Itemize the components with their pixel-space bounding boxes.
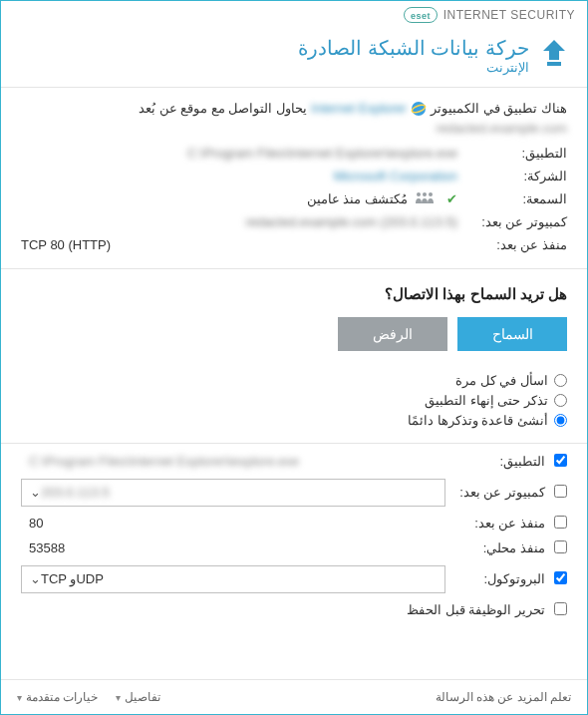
rule-remote-pc-dropdown[interactable]: 203.0.113.5 ⌄ [21, 479, 445, 507]
dialog-subtitle: الإنترنت [298, 60, 529, 75]
outbound-arrow-icon [541, 38, 567, 71]
learn-more-link[interactable]: تعلم المزيد عن هذه الرسالة [436, 690, 571, 704]
advanced-label: خيارات متقدمة [26, 690, 98, 704]
rule-local-port-value: 53588 [21, 540, 445, 555]
rule-protocol-label: البروتوكول: [445, 571, 545, 586]
remote-port-value: TCP 80 (HTTP) [21, 237, 111, 252]
chevron-down-icon: ⌄ [30, 485, 41, 500]
remote-pc-value: redacted.example.com (203.0.113.5) [246, 214, 457, 229]
question-heading: هل تريد السماح بهذا الاتصال؟ [1, 269, 587, 317]
rule-edit-before-save-label: تحرير الوظيفة قبل الحفظ [407, 602, 545, 617]
rule-edit-before-save-checkbox[interactable] [554, 602, 567, 615]
radio-ask-label: اسأل في كل مرة [455, 373, 548, 388]
reputation-label: السمعة: [457, 191, 567, 206]
rule-app-checkbox[interactable] [554, 454, 567, 467]
svg-text:eset: eset [411, 11, 431, 21]
advanced-options-toggle[interactable]: خيارات متقدمة ▾ [17, 690, 98, 704]
radio-ask-input[interactable] [554, 374, 567, 387]
company-label: الشركة: [457, 169, 567, 183]
message-line: هناك تطبيق في الكمبيوتر Internet Explore… [21, 100, 567, 136]
radio-remember-until-quit[interactable]: تذكر حتى إنهاء التطبيق [21, 393, 567, 408]
deny-button[interactable]: الرفض [338, 317, 447, 351]
message-app-name[interactable]: Internet Explorer [311, 101, 407, 116]
check-icon: ✔ [446, 191, 457, 206]
footer: تعلم المزيد عن هذه الرسالة تفاصيل ▾ خيار… [1, 679, 587, 714]
chevron-down-icon: ▾ [17, 692, 22, 703]
chevron-down-icon: ▾ [116, 692, 121, 703]
brand-header: eset INTERNET SECURITY [1, 1, 587, 30]
radio-create-rule-label: أنشئ قاعدة وتذكرها دائمًا [408, 413, 548, 428]
rule-remote-port-label: منفذ عن بعد: [445, 516, 545, 531]
radio-remember-label: تذكر حتى إنهاء التطبيق [425, 393, 548, 408]
rule-remote-port-value: 80 [21, 516, 445, 531]
learn-more-label: تعلم المزيد عن هذه الرسالة [436, 690, 571, 704]
brand-name: INTERNET SECURITY [443, 8, 575, 22]
rule-app-label: التطبيق: [445, 454, 545, 469]
radio-ask-every-time[interactable]: اسأل في كل مرة [21, 373, 567, 388]
message-site: redacted.example.com [436, 121, 567, 136]
message-prefix: هناك تطبيق في الكمبيوتر [431, 101, 567, 116]
dialog-title: حركة بيانات الشبكة الصادرة [298, 36, 529, 60]
radio-remember-input[interactable] [554, 394, 567, 407]
rule-app-value: C:\Program Files\Internet Explorer\iexpl… [21, 454, 445, 469]
app-icon [411, 100, 427, 117]
reputation-value: مُكتشف منذ عامين [307, 191, 408, 206]
chevron-down-icon: ⌄ [30, 571, 41, 586]
remote-pc-label: كمبيوتر عن بعد: [457, 214, 567, 229]
rule-protocol-checkbox[interactable] [554, 571, 567, 584]
allow-button[interactable]: السماح [457, 317, 567, 351]
eset-logo-icon: eset [404, 7, 438, 23]
rule-remote-pc-label: كمبيوتر عن بعد: [445, 485, 545, 500]
details-toggle[interactable]: تفاصيل ▾ [116, 690, 160, 704]
radio-create-rule[interactable]: أنشئ قاعدة وتذكرها دائمًا [21, 413, 567, 428]
rule-remote-pc-checkbox[interactable] [554, 485, 567, 498]
reputation-people-icon [412, 191, 436, 206]
app-label: التطبيق: [457, 146, 567, 161]
svg-rect-2 [547, 62, 561, 66]
details-label: تفاصيل [125, 690, 160, 704]
rule-protocol-value: TCP وUDP [41, 571, 437, 586]
rule-remote-pc-value: 203.0.113.5 [41, 485, 437, 500]
svg-point-5 [417, 192, 421, 196]
message-middle: يحاول التواصل مع موقع عن بُعد [139, 101, 307, 116]
company-value[interactable]: Microsoft Corporation [334, 169, 457, 183]
svg-point-6 [423, 192, 427, 196]
rule-local-port-checkbox[interactable] [554, 540, 567, 553]
remote-port-label: منفذ عن بعد: [457, 237, 567, 252]
rule-protocol-dropdown[interactable]: TCP وUDP ⌄ [21, 565, 445, 593]
rule-local-port-label: منفذ محلي: [445, 540, 545, 555]
title-block: حركة بيانات الشبكة الصادرة الإنترنت [1, 30, 587, 87]
app-value: C:\Program Files\Internet Explorer\iexpl… [187, 146, 457, 161]
rule-remote-port-checkbox[interactable] [554, 516, 567, 529]
radio-create-rule-input[interactable] [554, 414, 567, 427]
svg-point-7 [429, 192, 433, 196]
